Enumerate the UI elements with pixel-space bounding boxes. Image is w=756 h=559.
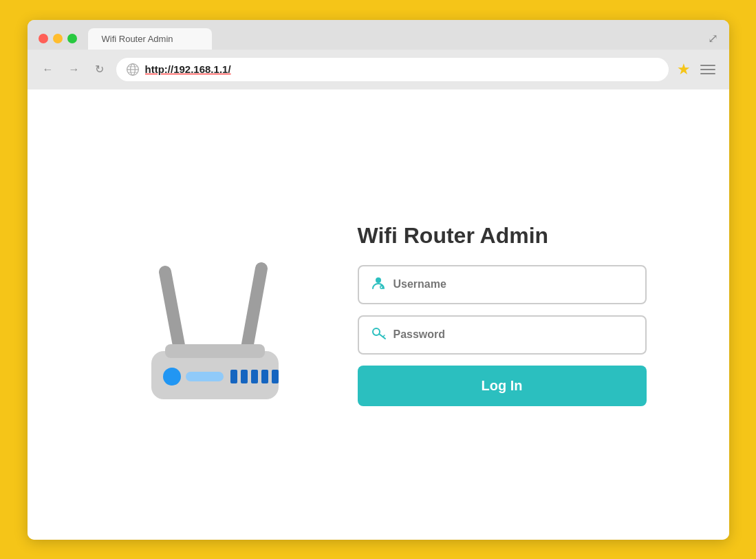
close-button[interactable] [39, 34, 48, 43]
traffic-lights [39, 34, 77, 43]
svg-point-16 [376, 277, 381, 283]
password-input[interactable] [393, 328, 634, 341]
password-input-group[interactable] [358, 315, 647, 355]
minimize-button[interactable] [53, 34, 63, 43]
page-title: Wifi Router Admin [358, 223, 647, 249]
browser-window: Wifi Router Admin ⤢ ← → ↻ ★ [28, 20, 729, 540]
address-bar[interactable] [115, 56, 670, 83]
svg-rect-13 [251, 370, 258, 383]
svg-rect-11 [230, 370, 237, 383]
reload-button[interactable]: ↻ [91, 60, 108, 78]
browser-tab[interactable]: Wifi Router Admin [88, 28, 212, 50]
svg-rect-14 [261, 370, 268, 383]
login-form: Wifi Router Admin ♥ [358, 223, 647, 406]
title-bar: Wifi Router Admin ⤢ [28, 20, 729, 50]
user-icon: ♥ [370, 275, 387, 295]
svg-rect-10 [186, 372, 224, 381]
username-input-group[interactable]: ♥ [358, 265, 647, 304]
router-illustration [110, 217, 316, 412]
key-icon [370, 325, 387, 345]
svg-line-21 [383, 335, 385, 337]
username-input[interactable] [393, 278, 634, 291]
content-area: Wifi Router Admin ♥ [28, 89, 729, 540]
svg-rect-8 [165, 344, 265, 358]
bookmark-star-icon[interactable]: ★ [677, 61, 691, 78]
maximize-button[interactable] [67, 34, 77, 43]
svg-rect-12 [241, 370, 248, 383]
url-input[interactable] [145, 63, 659, 75]
login-button[interactable]: Log In [358, 366, 647, 406]
svg-rect-15 [272, 370, 279, 383]
globe-icon [126, 63, 140, 76]
forward-button[interactable]: → [65, 61, 84, 78]
svg-line-20 [379, 334, 385, 339]
fullscreen-button[interactable]: ⤢ [708, 31, 718, 46]
svg-text:♥: ♥ [380, 285, 382, 289]
toolbar: ← → ↻ ★ [28, 50, 729, 89]
back-button[interactable]: ← [39, 61, 58, 78]
svg-point-9 [163, 368, 181, 386]
menu-button[interactable] [698, 62, 718, 77]
